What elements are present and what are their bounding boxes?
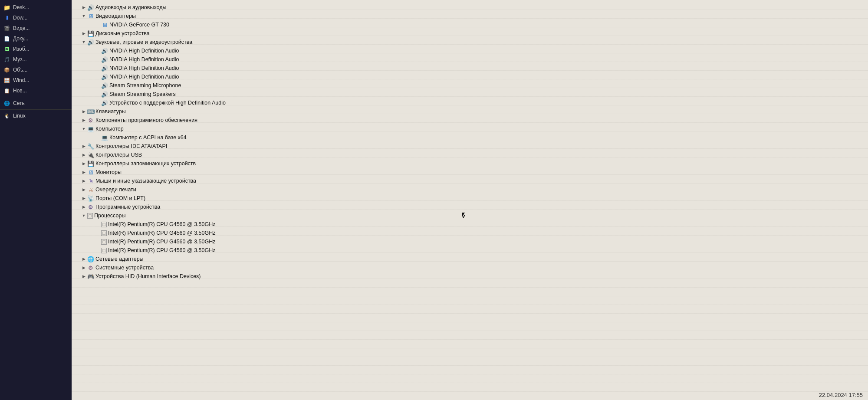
tree-item-usb-controllers[interactable]: ▶ 🔌 Контроллеры USB <box>72 151 868 159</box>
sidebar-item-label: Dow... <box>13 15 27 21</box>
tree-item-program-devices[interactable]: ▶ ⚙ Программные устройства <box>72 203 868 211</box>
sidebar-item-desktop[interactable]: 📁 Desk... <box>0 2 72 13</box>
expander-cpu1 <box>94 221 101 228</box>
tree-item-keyboards[interactable]: ▶ ⌨ Клавиатуры <box>72 107 868 116</box>
hda-device-label: Устройство с поддержкой High Definition … <box>109 100 226 106</box>
sidebar-item-label: Доку... <box>13 36 28 42</box>
tree-item-software-components[interactable]: ▶ ⚙ Компоненты программного обеспечения <box>72 116 868 125</box>
expander-monitors[interactable]: ▶ <box>80 169 87 176</box>
tree-item-nvidia-hda-1[interactable]: 🔊 NVIDIA High Definition Audio <box>72 46 868 55</box>
sidebar-item-network[interactable]: 🌐 Сеть <box>0 98 72 108</box>
nvidia-gt730-icon: 🖥 <box>101 21 108 28</box>
print-label: Очереди печати <box>95 187 136 193</box>
sidebar-item-windows[interactable]: 🪟 Wind... <box>0 75 72 85</box>
tree-item-steam-speakers[interactable]: 🔊 Steam Streaming Speakers <box>72 90 868 98</box>
tree-item-nvidia-hda-4[interactable]: 🔊 NVIDIA High Definition Audio <box>72 72 868 81</box>
steam-speakers-label: Steam Streaming Speakers <box>109 91 176 97</box>
sidebar-item-linux[interactable]: 🐧 Linux <box>0 111 72 121</box>
expander-ide[interactable]: ▶ <box>80 143 87 150</box>
tree-item-video-adapters[interactable]: ▼ 🖥 Видеоадаптеры <box>72 12 868 20</box>
expander-prog[interactable]: ▶ <box>80 203 87 210</box>
expander-hda-device <box>94 99 101 106</box>
tree-item-cpu-3[interactable]: □ Intel(R) Pentium(R) CPU G4560 @ 3.50GH… <box>72 237 868 246</box>
steam-mic-label: Steam Streaming Microphone <box>109 82 181 89</box>
network-label: Сетевые адаптеры <box>95 256 144 262</box>
tree-item-network-adapters[interactable]: ▶ 🌐 Сетевые адаптеры <box>72 255 868 263</box>
cpu3-icon: □ <box>101 239 107 245</box>
acpi-icon: 💻 <box>101 134 108 141</box>
hda4-icon: 🔊 <box>101 73 108 80</box>
tree-item-mice[interactable]: ▶ 🖱 Мыши и иные указывающие устройства <box>72 177 868 185</box>
sound-label: Звуковые, игровые и видеоустройства <box>95 39 192 45</box>
expander-storage[interactable]: ▶ <box>80 160 87 167</box>
tree-item-ports[interactable]: ▶ 📡 Порты (COM и LPT) <box>72 194 868 203</box>
network-icon: 🌐 <box>87 256 94 262</box>
acpi-label: Компьютер с ACPI на базе x64 <box>109 134 187 141</box>
expander-cpu4 <box>94 247 101 254</box>
tree-item-print-queue[interactable]: ▶ 🖨 Очереди печати <box>72 185 868 194</box>
tree-item-processors[interactable]: ▼ □ Процессоры <box>72 211 868 220</box>
expander-hda4 <box>94 73 101 80</box>
system-icon: ⚙ <box>87 264 94 271</box>
expander-system[interactable]: ▶ <box>80 264 87 271</box>
expander-hid[interactable]: ▶ <box>80 273 87 280</box>
sidebar-item-label: Муз... <box>13 56 27 62</box>
expander-computer[interactable]: ▼ <box>80 125 87 132</box>
cpu2-icon: □ <box>101 230 107 236</box>
expander-sound[interactable]: ▼ <box>80 39 87 46</box>
steam-speakers-icon: 🔊 <box>101 91 108 98</box>
tree-item-cpu-1[interactable]: □ Intel(R) Pentium(R) CPU G4560 @ 3.50GH… <box>72 220 868 229</box>
expander-sw-components[interactable]: ▶ <box>80 117 87 124</box>
sidebar-item-music[interactable]: 🎵 Муз... <box>0 54 72 65</box>
sidebar-item-downloads[interactable]: ⬇ Dow... <box>0 13 72 23</box>
sidebar-item-new[interactable]: 📋 Нов... <box>0 85 72 96</box>
hda4-label: NVIDIA High Definition Audio <box>109 74 179 80</box>
tree-item-audio-io[interactable]: ▶ 🔊 Аудиовходы и аудиовыходы <box>72 3 868 12</box>
keyboards-label: Клавиатуры <box>95 108 126 115</box>
tree-item-ide-controllers[interactable]: ▶ 🔧 Контроллеры IDE ATA/ATAPI <box>72 142 868 151</box>
sidebar-item-video[interactable]: 🎬 Виде... <box>0 23 72 33</box>
expander-audio-io[interactable]: ▶ <box>80 4 87 11</box>
hda3-label: NVIDIA High Definition Audio <box>109 65 179 71</box>
expander-steam-speakers <box>94 91 101 98</box>
tree-item-nvidia-hda-3[interactable]: 🔊 NVIDIA High Definition Audio <box>72 64 868 72</box>
expander-print[interactable]: ▶ <box>80 186 87 193</box>
music-icon: 🎵 <box>3 56 10 63</box>
keyboards-icon: ⌨ <box>87 108 94 115</box>
expander-nvidia-gt730 <box>94 21 101 28</box>
tree-item-cpu-4[interactable]: □ Intel(R) Pentium(R) CPU G4560 @ 3.50GH… <box>72 246 868 255</box>
sidebar-item-images[interactable]: 🖼 Изоб... <box>0 44 72 54</box>
expander-ports[interactable]: ▶ <box>80 195 87 202</box>
tree-item-sound-game-video[interactable]: ▼ 🔊 Звуковые, игровые и видеоустройства <box>72 38 868 46</box>
tree-item-nvidia-hda-2[interactable]: 🔊 NVIDIA High Definition Audio <box>72 55 868 64</box>
expander-disk[interactable]: ▶ <box>80 30 87 37</box>
hid-label: Устройства HID (Human Interface Devices) <box>95 273 201 279</box>
mice-label: Мыши и иные указывающие устройства <box>95 178 196 184</box>
expander-mice[interactable]: ▶ <box>80 177 87 184</box>
sidebar-item-label: Нов... <box>13 88 27 94</box>
sidebar-item-3d[interactable]: 📦 Объ... <box>0 65 72 75</box>
tree-item-nvidia-gt730[interactable]: 🖥 NVIDIA GeForce GT 730 <box>72 20 868 29</box>
statusbar: 22.04.2024 17:55 <box>814 390 868 400</box>
expander-cpu2 <box>94 230 101 236</box>
tree-item-steam-mic[interactable]: 🔊 Steam Streaming Microphone <box>72 81 868 90</box>
tree-item-acpi-computer[interactable]: 💻 Компьютер с ACPI на базе x64 <box>72 133 868 142</box>
expander-network[interactable]: ▶ <box>80 256 87 262</box>
tree-item-monitors[interactable]: ▶ 🖥 Мониторы <box>72 168 868 177</box>
sidebar-item-documents[interactable]: 📄 Доку... <box>0 33 72 44</box>
tree-item-computer[interactable]: ▼ 💻 Компьютер <box>72 125 868 133</box>
tree-item-disk-devices[interactable]: ▶ 💾 Дисковые устройства <box>72 29 868 38</box>
video-adapters-icon: 🖥 <box>87 13 94 20</box>
tree-item-hid-devices[interactable]: ▶ 🎮 Устройства HID (Human Interface Devi… <box>72 272 868 281</box>
expander-usb[interactable]: ▶ <box>80 151 87 158</box>
expander-acpi <box>94 134 101 141</box>
tree-item-system-devices[interactable]: ▶ ⚙ Системные устройства <box>72 263 868 272</box>
computer-icon: 💻 <box>87 125 94 132</box>
tree-item-hda-device[interactable]: 🔊 Устройство с поддержкой High Definitio… <box>72 98 868 107</box>
expander-processors[interactable]: ▼ <box>80 212 87 219</box>
system-label: Системные устройства <box>95 265 154 271</box>
expander-video-adapters[interactable]: ▼ <box>80 13 87 20</box>
tree-item-storage-controllers[interactable]: ▶ 💾 Контроллеры запоминающих устройств <box>72 159 868 168</box>
tree-item-cpu-2[interactable]: □ Intel(R) Pentium(R) CPU G4560 @ 3.50GH… <box>72 229 868 237</box>
doc-icon: 📄 <box>3 35 10 42</box>
